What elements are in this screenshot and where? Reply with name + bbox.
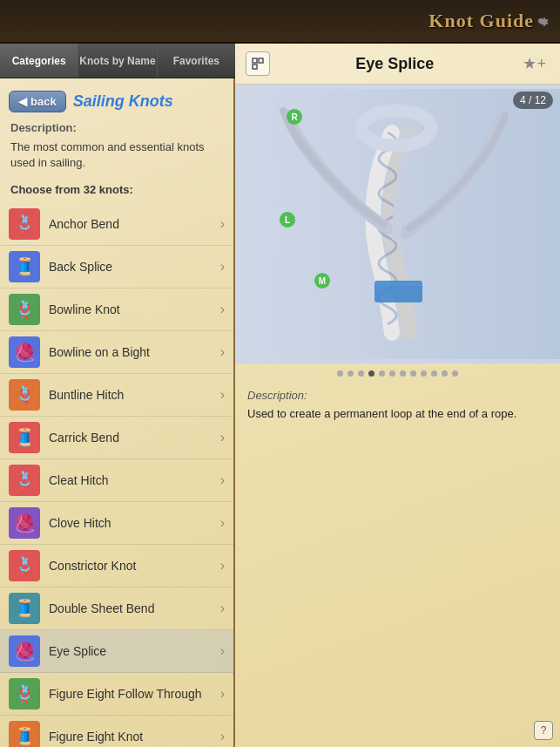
back-label: back <box>30 95 57 108</box>
knot-thumbnail: 🧶 <box>9 507 40 539</box>
description-section: Description: Used to create a permanent … <box>235 382 560 430</box>
knot-name: Clove Hitch <box>49 516 212 530</box>
tab-bar: Categories Knots by Name Favorites <box>0 44 235 78</box>
expand-button[interactable] <box>246 51 270 76</box>
knot-thumbnail: 🧶 <box>9 635 40 667</box>
description-text: The most common and essential knots used… <box>0 134 233 180</box>
chevron-icon: › <box>220 686 225 702</box>
knot-item[interactable]: 🧶 Clove Hitch › <box>0 502 233 545</box>
tab-knots-by-name[interactable]: Knots by Name <box>78 44 157 78</box>
knot-name: Double Sheet Bend <box>49 601 212 615</box>
chevron-icon: › <box>220 216 225 232</box>
knot-item[interactable]: 🪢 Bowline Knot › <box>0 289 233 331</box>
knot-thumbnail: 🧵 <box>9 422 40 453</box>
chevron-icon: › <box>220 558 225 574</box>
chevron-icon: › <box>220 430 225 445</box>
pagination-dot[interactable] <box>379 370 385 377</box>
knot-name: Carrick Bend <box>49 431 212 445</box>
knot-name: Figure Eight Follow Through <box>49 687 212 701</box>
rope-illustration: R M L <box>235 85 560 363</box>
description-label: Description: <box>0 118 233 134</box>
svg-rect-2 <box>253 65 257 69</box>
page-counter: 4 / 12 <box>513 92 553 109</box>
choose-label: Choose from 32 knots: <box>0 180 233 203</box>
desc-label: Description: <box>247 389 548 402</box>
knot-name: Bowline Knot <box>49 302 212 316</box>
knot-item[interactable]: 🧶 Eye Splice › <box>0 630 233 673</box>
knot-item[interactable]: 🪢 Figure Eight Follow Through › <box>0 673 233 716</box>
knot-item[interactable]: 🧵 Double Sheet Bend › <box>0 587 233 630</box>
app-header: Knot Guide <box>0 0 560 44</box>
dots-row <box>235 363 560 382</box>
back-row: ◀ back Sailing Knots <box>0 82 233 118</box>
gear-icon[interactable] <box>530 10 551 31</box>
pagination-dot[interactable] <box>410 370 416 377</box>
tab-categories[interactable]: Categories <box>0 44 78 78</box>
knot-thumbnail: 🧶 <box>9 336 40 368</box>
knot-thumbnail: 🧵 <box>9 251 40 282</box>
svg-rect-1 <box>259 58 263 63</box>
knot-item[interactable]: 🪢 Constrictor Knot › <box>0 545 233 587</box>
chevron-icon: › <box>220 472 225 488</box>
knot-thumbnail: 🪢 <box>9 465 40 496</box>
knot-thumbnail: 🪢 <box>9 208 40 240</box>
pagination-dot[interactable] <box>358 370 364 377</box>
knot-item[interactable]: 🧵 Back Splice › <box>0 246 233 289</box>
svg-text:R: R <box>291 112 298 122</box>
knot-thumbnail: 🧵 <box>9 593 40 624</box>
pagination-dot[interactable] <box>389 370 395 377</box>
help-button[interactable]: ? <box>534 721 553 740</box>
knot-item[interactable]: 🧶 Bowline on a Bight › <box>0 331 233 374</box>
knot-name: Anchor Bend <box>49 217 212 231</box>
chevron-icon: › <box>220 601 225 616</box>
section-title: Sailing Knots <box>73 92 173 111</box>
knot-name: Buntline Hitch <box>49 388 212 402</box>
knot-item[interactable]: 🪢 Cleat Hitch › <box>0 459 233 502</box>
pagination-dot[interactable] <box>421 370 427 377</box>
right-header: Eye Splice ★+ <box>235 44 560 85</box>
chevron-icon: › <box>220 729 225 744</box>
pagination-dot[interactable] <box>400 370 406 377</box>
knot-name: Bowline on a Bight <box>49 345 212 359</box>
knot-thumbnail: 🪢 <box>9 294 40 325</box>
app-title: Knot Guide <box>428 10 534 32</box>
knot-thumbnail: 🪢 <box>9 550 40 581</box>
chevron-icon: › <box>220 643 225 659</box>
knot-image: R M L <box>235 85 560 363</box>
knot-item[interactable]: 🧵 Figure Eight Knot › <box>0 716 233 747</box>
pagination-dot[interactable] <box>452 370 458 377</box>
knot-item[interactable]: 🧵 Carrick Bend › <box>0 417 233 459</box>
pagination-dot[interactable] <box>431 370 437 377</box>
pagination-dot[interactable] <box>368 370 374 377</box>
tab-favorites[interactable]: Favorites <box>158 44 235 78</box>
knot-item[interactable]: 🪢 Buntline Hitch › <box>0 374 233 417</box>
knot-thumbnail: 🪢 <box>9 379 40 411</box>
favorite-button[interactable]: ★+ <box>519 51 550 77</box>
knot-name: Figure Eight Knot <box>49 730 212 744</box>
pagination-dot[interactable] <box>337 370 343 377</box>
desc-body: Used to create a permanent loop at the e… <box>247 405 548 423</box>
knot-thumbnail: 🪢 <box>9 678 40 710</box>
pagination-dot[interactable] <box>442 370 448 377</box>
knot-item[interactable]: 🪢 Anchor Bend › <box>0 203 233 246</box>
back-button[interactable]: ◀ back <box>9 91 66 112</box>
knot-name: Constrictor Knot <box>49 559 212 573</box>
knot-name: Back Splice <box>49 260 212 274</box>
left-panel: ◀ back Sailing Knots Description: The mo… <box>0 44 235 747</box>
svg-rect-0 <box>253 58 257 63</box>
svg-text:M: M <box>319 276 326 286</box>
chevron-icon: › <box>220 259 225 275</box>
back-chevron-icon: ◀ <box>18 95 27 108</box>
knot-name: Cleat Hitch <box>49 473 212 487</box>
right-panel: Eye Splice ★+ <box>235 44 560 747</box>
knot-list: 🪢 Anchor Bend › 🧵 Back Splice › 🪢 Bowlin… <box>0 203 233 747</box>
svg-text:L: L <box>285 215 290 225</box>
knot-detail-title: Eye Splice <box>277 55 512 73</box>
svg-rect-5 <box>374 282 422 286</box>
pagination-dot[interactable] <box>347 370 354 377</box>
chevron-icon: › <box>220 387 225 403</box>
chevron-icon: › <box>220 344 225 360</box>
knot-name: Eye Splice <box>49 644 212 658</box>
knot-thumbnail: 🧵 <box>9 721 40 747</box>
knot-image-container: R M L 4 / 12 Pass middle strand under a … <box>235 85 560 363</box>
